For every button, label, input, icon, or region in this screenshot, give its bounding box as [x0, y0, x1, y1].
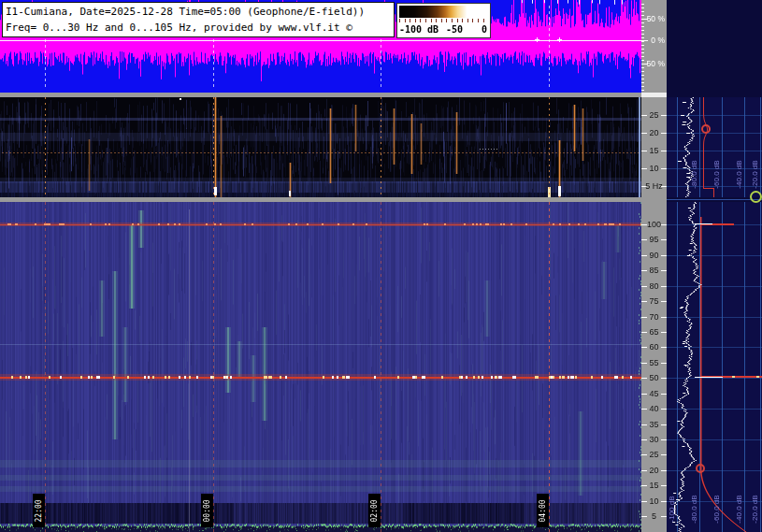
- marker-circle-15hz: [696, 464, 705, 473]
- freq-tick-label-high: 100: [641, 220, 667, 229]
- spectrum-panel-0-105hz: [667, 202, 762, 532]
- db-label: -20.0 dB: [750, 487, 760, 530]
- freq-tick-label-high: 55: [641, 358, 667, 367]
- colorbar-min-label: -100 dB: [399, 23, 439, 36]
- colorbar-max-label: 0: [482, 23, 487, 36]
- freq-tick-label-high: 65: [641, 327, 667, 337]
- colorbar-tick: [457, 19, 458, 22]
- freq-tick-label-high: 60: [641, 342, 667, 352]
- colorbar-tick: [436, 19, 437, 22]
- percent-tick-label: 50 %: [641, 14, 667, 23]
- freq-tick-label-low: 5 Hz: [641, 181, 667, 191]
- db-label: -60.0 dB: [712, 487, 722, 530]
- spectrogram-0-30hz: [0, 97, 641, 197]
- freq-tick-label-low: 20: [641, 128, 667, 137]
- percent-tick-label: 0 %: [641, 36, 667, 45]
- colorbar-tick: [425, 19, 426, 22]
- freq-tick-label-high: 50: [641, 373, 667, 382]
- colorbar: -100 dB -50 0: [396, 3, 491, 38]
- marker-circle-20hz: [701, 124, 711, 134]
- spectrum-panel-divider: [667, 199, 762, 200]
- axis-labels: 50 %0 %-50 %252015105 Hz1009590858075706…: [641, 0, 667, 532]
- freq-tick-label-high: 95: [641, 235, 667, 244]
- freq-tick-label-high: 35: [641, 420, 667, 429]
- db-label: -100 dB: [667, 487, 677, 530]
- db-label: -40.0 dB: [734, 152, 744, 195]
- db-label: -80.0 dB: [689, 152, 699, 195]
- colorbar-tick: [472, 19, 473, 22]
- freq-tick-label-high: 75: [641, 296, 667, 306]
- colorbar-tick: [431, 19, 432, 22]
- freq-tick-label-low: 15: [641, 146, 667, 155]
- db-label: -20.0 dB: [750, 152, 760, 195]
- time-label: 22:00: [33, 494, 45, 527]
- freq-tick-label-high: 15: [641, 481, 667, 490]
- time-label: 04:00: [537, 494, 549, 527]
- freq-tick-label-high: 5: [641, 511, 667, 521]
- colorbar-tick: [446, 19, 447, 22]
- colorbar-tick: [467, 19, 468, 22]
- title-box: I1-Cumiana, Date=2025-12-28 Time=05:00 (…: [2, 2, 395, 37]
- freq-tick-label-high: 40: [641, 404, 667, 413]
- freq-tick-label-high: 90: [641, 251, 667, 260]
- colorbar-tick: [420, 19, 421, 22]
- freq-tick-label-high: 45: [641, 389, 667, 398]
- colorbar-tick: [452, 19, 453, 22]
- db-label: -60.0 dB: [712, 152, 722, 195]
- db-label: -80.0 dB: [689, 487, 699, 530]
- percent-tick-label: -50 %: [641, 59, 667, 68]
- title-line-2: Freq= 0...30 Hz and 0...105 Hz, provided…: [6, 20, 391, 36]
- colorbar-mid-label: -50: [446, 23, 463, 36]
- title-line-1: I1-Cumiana, Date=2025-12-28 Time=05:00 (…: [6, 4, 391, 20]
- freq-tick-label-high: 70: [641, 312, 667, 322]
- colorbar-tick: [483, 19, 484, 22]
- freq-tick-label-high: 30: [641, 435, 667, 444]
- freq-tick-label-high: 85: [641, 266, 667, 275]
- colorbar-tick: [462, 19, 463, 22]
- colorbar-tick: [478, 19, 479, 22]
- time-label: 02:00: [368, 494, 381, 527]
- freq-tick-label-high: 80: [641, 281, 667, 291]
- freq-tick-label-high: 25: [641, 450, 667, 459]
- freq-tick-label-high: 10: [641, 496, 667, 506]
- freq-tick-label-high: 20: [641, 466, 667, 475]
- spectrogram-0-105hz: [0, 202, 641, 532]
- db-label: -40.0 dB: [734, 487, 744, 530]
- freq-tick-label-low: 10: [641, 164, 667, 173]
- colorbar-tick: [410, 19, 410, 22]
- colorbar-tick: [415, 19, 416, 22]
- colorbar-tick: [405, 19, 406, 22]
- time-label: 00:00: [201, 494, 213, 527]
- freq-tick-label-low: 25: [641, 110, 667, 120]
- colorbar-gradient: [399, 6, 486, 18]
- colorbar-tick: [399, 19, 400, 22]
- marker-circle-green: [750, 191, 762, 203]
- vlf-monitor-screen: I1-Cumiana, Date=2025-12-28 Time=05:00 (…: [0, 0, 762, 532]
- colorbar-tick: [441, 19, 442, 22]
